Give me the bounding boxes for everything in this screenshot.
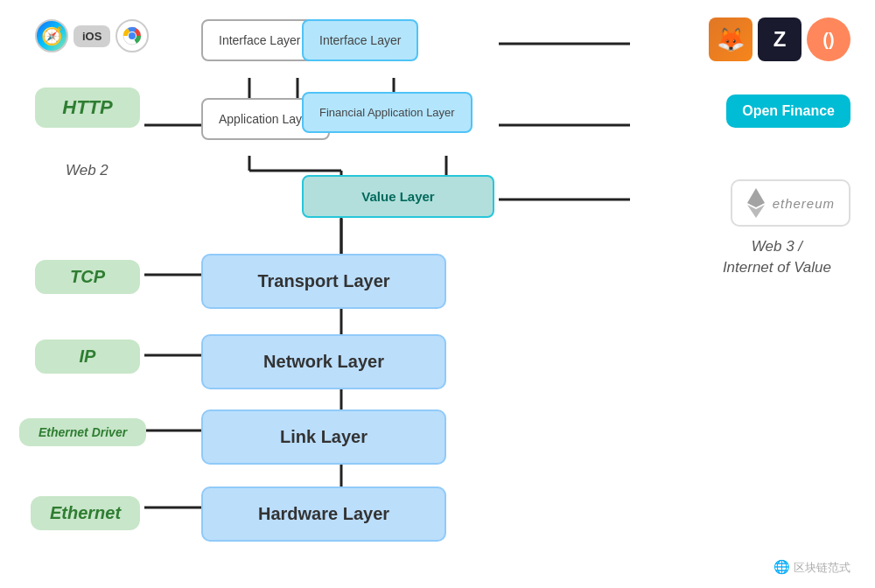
- browser-icons-row: 🧭 iOS: [35, 19, 149, 52]
- http-label: HTTP: [35, 88, 140, 131]
- wallet-icons-row: 🦊 Z (): [709, 18, 850, 61]
- ethernet-label: Ethernet: [31, 496, 140, 539]
- ethereum-badge: ethereum: [731, 179, 850, 227]
- web3-label: Web 3 / Internet of Value: [723, 236, 831, 278]
- ethereum-icon: [746, 188, 766, 218]
- ethernet-driver-label: Ethernet Driver: [19, 418, 146, 455]
- open-finance-badge: Open Finance: [726, 94, 850, 128]
- ip-label: IP: [35, 340, 140, 382]
- metamask-icon: 🦊: [709, 18, 752, 61]
- chrome-icon: [116, 19, 149, 52]
- value-layer: Value Layer: [302, 175, 494, 218]
- watermark: 🌐 区块链范式: [774, 559, 850, 576]
- financial-application-layer: Financial Application Layer: [302, 92, 472, 133]
- web2-label: Web 2: [66, 162, 108, 179]
- interface-layer-left: Interface Layer: [201, 19, 318, 61]
- argent-icon: (): [807, 18, 850, 61]
- svg-marker-23: [747, 188, 765, 207]
- tcp-label: TCP: [35, 260, 140, 303]
- hardware-layer: Hardware Layer: [201, 486, 446, 542]
- transport-layer: Transport Layer: [201, 254, 446, 309]
- ethereum-text: ethereum: [773, 196, 835, 211]
- link-layer: Link Layer: [201, 410, 446, 465]
- interface-layer-right: Interface Layer: [302, 19, 418, 61]
- ios-badge: iOS: [74, 25, 110, 47]
- safari-icon: 🧭: [35, 19, 68, 52]
- zerion-icon: Z: [758, 18, 802, 61]
- network-layer: Network Layer: [201, 334, 446, 389]
- svg-point-22: [129, 32, 136, 39]
